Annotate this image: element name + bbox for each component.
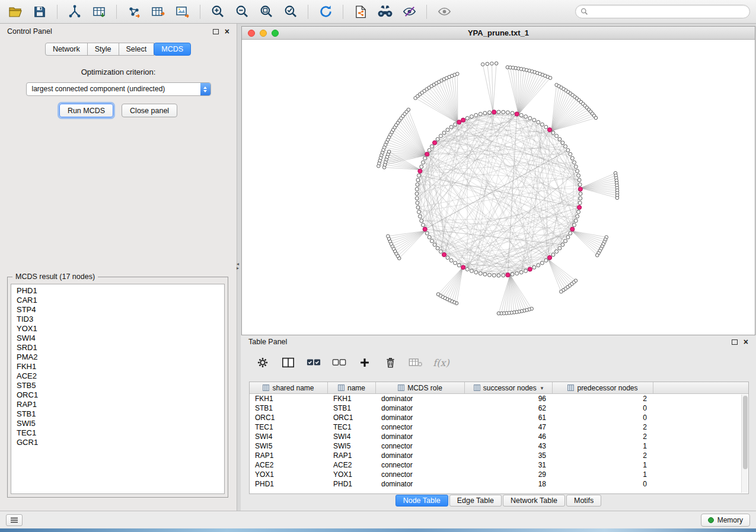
zoom-fit-icon	[259, 4, 274, 19]
zoom-fit-button[interactable]	[257, 3, 276, 21]
mcds-result-item[interactable]: TEC1	[11, 428, 224, 438]
minimize-window-icon[interactable]	[260, 30, 267, 37]
column-header-mcds-role[interactable]: MCDS role	[376, 382, 465, 393]
maximize-window-icon[interactable]	[272, 30, 279, 37]
mcds-result-item[interactable]: SWI5	[11, 419, 224, 428]
column-header-shared-name[interactable]: shared name	[250, 382, 328, 393]
create-column-button[interactable]	[356, 354, 374, 371]
mcds-result-item[interactable]: STB5	[11, 381, 224, 390]
tab-style[interactable]: Style	[87, 43, 119, 56]
export-image-icon	[176, 5, 190, 19]
mcds-result-group: MCDS result (17 nodes) PHD1CAR1STP4TID3Y…	[7, 277, 228, 498]
export-table-button[interactable]	[149, 3, 168, 21]
unchecked-boxes-icon	[332, 357, 346, 368]
share-network-file-button[interactable]	[351, 3, 370, 21]
tab-motifs[interactable]: Motifs	[566, 495, 601, 507]
network-canvas[interactable]	[242, 40, 755, 335]
tab-network[interactable]: Network	[45, 43, 88, 56]
table-cell-filler	[653, 470, 748, 479]
tab-select[interactable]: Select	[119, 43, 155, 56]
status-menu-button[interactable]	[6, 514, 23, 526]
table-row[interactable]: TEC1TEC1connector472	[250, 422, 748, 432]
close-panel-icon[interactable]: ×	[225, 28, 229, 34]
mcds-result-item[interactable]: GCR1	[11, 438, 224, 447]
delete-column-button[interactable]	[381, 354, 399, 371]
zoom-selected-button[interactable]	[281, 3, 300, 21]
save-session-button[interactable]	[30, 3, 49, 21]
close-window-icon[interactable]	[248, 30, 255, 37]
delete-table-button[interactable]	[407, 354, 425, 371]
tab-mcds[interactable]: MCDS	[154, 43, 191, 56]
float-table-panel-icon[interactable]	[732, 339, 738, 345]
scrollbar-thumb[interactable]	[743, 396, 748, 469]
mcds-result-item[interactable]: RAP1	[11, 400, 224, 409]
show-columns-button[interactable]	[279, 354, 297, 371]
splitter-collapse-icon[interactable]: ◂▸	[237, 262, 239, 270]
eye-button[interactable]	[435, 3, 454, 21]
mcds-result-item[interactable]: SWI4	[11, 334, 224, 343]
global-search-field[interactable]	[575, 5, 750, 18]
mcds-result-item[interactable]: FKH1	[11, 362, 224, 371]
table-row[interactable]: ACE2ACE2connector311	[250, 460, 748, 470]
column-grid-icon	[398, 384, 404, 391]
open-session-button[interactable]	[6, 3, 25, 21]
mcds-result-item[interactable]: ORC1	[11, 390, 224, 400]
mcds-result-list[interactable]: PHD1CAR1STP4TID3YOX1SWI4SRD1PMA2FKH1ACE2…	[11, 284, 225, 494]
table-settings-button[interactable]	[254, 354, 272, 371]
mcds-result-item[interactable]: TID3	[11, 315, 224, 324]
column-header-predecessor-nodes[interactable]: predecessor nodes	[553, 382, 653, 393]
function-builder-button[interactable]: f(x)	[432, 354, 450, 371]
close-table-panel-icon[interactable]: ×	[744, 339, 748, 345]
window-controls	[248, 30, 279, 37]
refresh-view-button[interactable]	[316, 3, 335, 21]
export-network-button[interactable]	[125, 3, 143, 21]
mcds-result-item[interactable]: STB1	[11, 409, 224, 419]
table-scrollbar[interactable]	[741, 395, 748, 493]
select-all-rows-button[interactable]	[305, 354, 323, 371]
mcds-result-item[interactable]: CAR1	[11, 296, 224, 305]
import-network-button[interactable]	[65, 3, 84, 21]
column-header-successor-nodes[interactable]: successor nodes ▾	[465, 382, 553, 393]
table-row[interactable]: SWI4SWI4dominator462	[250, 432, 748, 441]
run-mcds-button[interactable]: Run MCDS	[59, 104, 113, 117]
import-table-button[interactable]	[90, 3, 109, 21]
table-cell: TEC1	[328, 422, 376, 432]
zoom-out-button[interactable]	[232, 3, 251, 21]
column-header-name[interactable]: name	[328, 382, 376, 393]
network-window-titlebar[interactable]: YPA_prune.txt_1	[242, 27, 755, 40]
float-panel-icon[interactable]	[213, 29, 219, 34]
mcds-result-item[interactable]: YOX1	[11, 324, 224, 334]
table-row[interactable]: PHD1PHD1dominator180	[250, 479, 748, 489]
tab-node-table[interactable]: Node Table	[395, 495, 448, 507]
search-input[interactable]	[591, 8, 745, 16]
show-hide-graphics-details-button[interactable]	[400, 3, 419, 21]
search-network-button[interactable]	[375, 3, 394, 21]
optimization-criterion-dropdown[interactable]: largest connected component (undirected)	[26, 82, 211, 96]
mcds-result-item[interactable]: PMA2	[11, 352, 224, 362]
export-image-button[interactable]	[173, 3, 192, 21]
mcds-result-item[interactable]: SRD1	[11, 343, 224, 352]
optimization-criterion-label: Optimization criterion:	[0, 68, 237, 76]
table-row[interactable]: STB1STB1dominator620	[250, 403, 748, 413]
zoom-in-button[interactable]	[208, 3, 227, 21]
table-row[interactable]: RAP1RAP1dominator352	[250, 451, 748, 460]
table-row[interactable]: YOX1YOX1connector291	[250, 470, 748, 479]
mcds-result-item[interactable]: STP4	[11, 305, 224, 315]
mcds-result-item[interactable]: PHD1	[11, 286, 224, 296]
memory-button[interactable]: Memory	[701, 514, 750, 527]
table-cell-filler	[653, 403, 748, 413]
network-graph[interactable]	[242, 40, 755, 335]
fx-icon: f(x)	[433, 357, 449, 368]
table-cell: STB1	[328, 403, 376, 413]
table-cell-filler	[653, 394, 748, 403]
table-row[interactable]: FKH1FKH1dominator962	[250, 394, 748, 403]
table-row[interactable]: SWI5SWI5connector431	[250, 441, 748, 451]
toolbar-separator	[200, 5, 200, 19]
tab-network-table[interactable]: Network Table	[503, 495, 565, 507]
tab-edge-table[interactable]: Edge Table	[449, 495, 502, 507]
close-panel-button[interactable]: Close panel	[122, 104, 177, 117]
deselect-all-rows-button[interactable]	[330, 354, 348, 371]
table-cell-filler	[653, 441, 748, 451]
mcds-result-item[interactable]: ACE2	[11, 371, 224, 381]
table-row[interactable]: ORC1ORC1dominator610	[250, 413, 748, 422]
